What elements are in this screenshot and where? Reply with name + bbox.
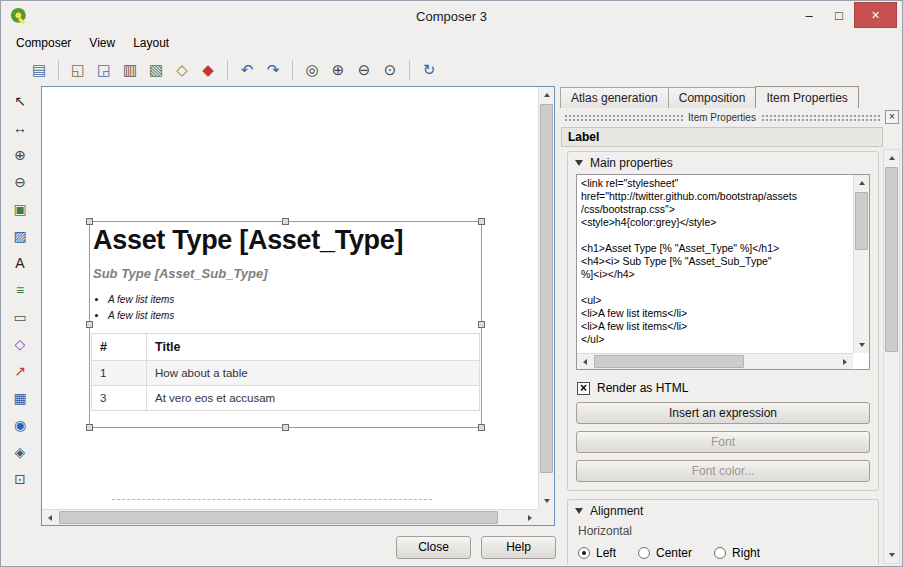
zoom-full-icon[interactable]: ◎: [300, 58, 324, 82]
selection-handle[interactable]: [478, 321, 485, 328]
zoom-out-icon[interactable]: ⊖: [352, 58, 376, 82]
scroll-down-icon[interactable]: [884, 547, 900, 563]
zoom-in-icon[interactable]: ⊕: [326, 58, 350, 82]
scroll-up-icon[interactable]: [884, 150, 900, 166]
selection-handle[interactable]: [478, 424, 485, 431]
add-scalebar-icon[interactable]: ▭: [7, 305, 33, 329]
close-button[interactable]: ×: [854, 2, 897, 28]
export-image-icon[interactable]: ▧: [144, 58, 168, 82]
add-image-icon[interactable]: ▨: [7, 224, 33, 248]
scroll-down-icon[interactable]: [539, 493, 555, 509]
scrollbar-thumb[interactable]: [885, 167, 898, 352]
add-html-icon[interactable]: ◉: [7, 413, 33, 437]
titlebar: Composer 3 – □ ×: [1, 1, 902, 31]
export-svg-icon[interactable]: ◇: [170, 58, 194, 82]
toolbar-separator: [409, 60, 410, 80]
radio-right[interactable]: [714, 547, 726, 559]
help-button[interactable]: Help: [481, 536, 556, 559]
scrollbar-thumb[interactable]: [594, 355, 744, 368]
composition-canvas: Asset Type [Asset_Type] Sub Type [Asset_…: [41, 86, 555, 526]
table-header-row: # Title: [92, 334, 480, 361]
select-move-item-icon[interactable]: ↖: [7, 89, 33, 113]
editor-vertical-scrollbar: [853, 175, 869, 353]
scroll-left-icon[interactable]: [42, 510, 58, 526]
main-properties-collapse[interactable]: Main properties: [575, 156, 673, 170]
minimize-button[interactable]: –: [794, 2, 824, 28]
scrollbar-thumb[interactable]: [540, 104, 553, 473]
scrollbar-thumb[interactable]: [59, 511, 498, 524]
selection-handle[interactable]: [86, 321, 93, 328]
toolbar-separator: [227, 60, 228, 80]
tab-atlas-generation[interactable]: Atlas generation: [560, 87, 669, 108]
main-properties-group: Main properties <link rel="stylesheet" h…: [567, 151, 879, 491]
selection-handle[interactable]: [478, 218, 485, 225]
zoom-actual-icon[interactable]: ⊙: [378, 58, 402, 82]
lock-items-icon[interactable]: ⊡: [7, 467, 33, 491]
dock-grip: [761, 114, 880, 121]
label-bullet-list: A few list items A few list items: [91, 292, 480, 323]
selected-label-item[interactable]: Asset Type [Asset_Type] Sub Type [Asset_…: [89, 221, 482, 428]
label-subheading: Sub Type [Asset_Sub_Type]: [93, 266, 480, 281]
tab-composition[interactable]: Composition: [668, 87, 757, 108]
scroll-right-icon[interactable]: [837, 354, 853, 370]
add-label-icon[interactable]: A: [7, 251, 33, 275]
maximize-button[interactable]: □: [824, 2, 854, 28]
close-dialog-button[interactable]: Close: [396, 536, 471, 559]
font-color-button: Font color...: [576, 460, 870, 482]
composition-page[interactable]: Asset Type [Asset_Type] Sub Type [Asset_…: [42, 87, 538, 509]
add-table-icon[interactable]: ▦: [7, 386, 33, 410]
render-as-html-row: × Render as HTML: [577, 381, 869, 395]
tab-item-properties[interactable]: Item Properties: [755, 86, 858, 108]
table-cell: 1: [92, 361, 147, 386]
undo-icon[interactable]: ↶: [235, 58, 259, 82]
menu-view[interactable]: View: [80, 33, 124, 53]
menu-composer[interactable]: Composer: [7, 33, 80, 53]
canvas-horizontal-scrollbar: [42, 509, 538, 525]
scroll-left-icon[interactable]: [577, 354, 593, 370]
insert-expression-button[interactable]: Insert an expression: [576, 402, 870, 424]
dialog-footer: Close Help: [41, 536, 556, 559]
scroll-up-icon[interactable]: [539, 87, 555, 103]
move-item-content-icon[interactable]: ↔: [7, 116, 33, 140]
radio-center-label: Center: [656, 546, 692, 560]
add-map-icon[interactable]: ▣: [7, 197, 33, 221]
scroll-up-icon[interactable]: [854, 175, 870, 191]
selection-handle[interactable]: [86, 218, 93, 225]
horizontal-label: Horizontal: [578, 524, 870, 538]
zoom-in-tool-icon[interactable]: ⊕: [7, 143, 33, 167]
selection-handle[interactable]: [86, 424, 93, 431]
scrollbar-thumb[interactable]: [855, 192, 868, 250]
group-items-icon[interactable]: ◈: [7, 440, 33, 464]
render-as-html-label: Render as HTML: [597, 381, 688, 395]
radio-center[interactable]: [638, 547, 650, 559]
add-arrow-icon[interactable]: ↗: [7, 359, 33, 383]
export-pdf-icon[interactable]: ◆: [196, 58, 220, 82]
radio-left[interactable]: [578, 547, 590, 559]
group-title-label: Main properties: [590, 156, 673, 170]
scroll-down-icon[interactable]: [854, 337, 870, 353]
table-cell: How about a table: [147, 361, 480, 386]
window-controls: – □ ×: [794, 1, 902, 31]
alignment-collapse[interactable]: Alignment: [575, 504, 643, 518]
add-shape-icon[interactable]: ◇: [7, 332, 33, 356]
selection-handle[interactable]: [282, 424, 289, 431]
save-project-icon[interactable]: ▤: [27, 58, 51, 82]
add-legend-icon[interactable]: ≡: [7, 278, 33, 302]
save-as-template-icon[interactable]: ◲: [92, 58, 116, 82]
load-from-template-icon[interactable]: ◱: [66, 58, 90, 82]
print-icon[interactable]: ▥: [118, 58, 142, 82]
label-html-editor: <link rel="stylesheet" href="http://twit…: [576, 174, 870, 370]
toolbar-separator: [58, 60, 59, 80]
render-as-html-checkbox[interactable]: ×: [577, 382, 590, 395]
redo-icon[interactable]: ↷: [261, 58, 285, 82]
table-row: 1 How about a table: [92, 361, 480, 386]
refresh-view-icon[interactable]: ↻: [417, 58, 441, 82]
dock-close-icon[interactable]: ×: [885, 110, 899, 124]
selection-handle[interactable]: [282, 218, 289, 225]
font-button: Font: [576, 431, 870, 453]
item-properties-panel: Main properties <link rel="stylesheet" h…: [561, 149, 881, 564]
label-html-source[interactable]: <link rel="stylesheet" href="http://twit…: [581, 177, 850, 351]
scroll-right-icon[interactable]: [522, 510, 538, 526]
zoom-out-tool-icon[interactable]: ⊖: [7, 170, 33, 194]
menu-layout[interactable]: Layout: [124, 33, 178, 53]
